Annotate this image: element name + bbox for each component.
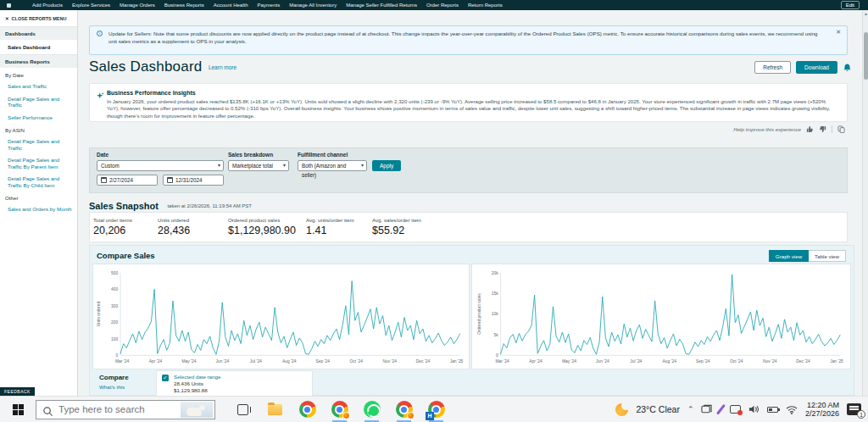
notifications-bell-icon[interactable] (843, 63, 852, 73)
metric-value: $55.92 (372, 225, 421, 236)
nav-item-add-products[interactable]: Add Products (32, 3, 63, 8)
close-reports-menu-label: CLOSE REPORTS MENU (12, 16, 67, 21)
nav-item-manage-orders[interactable]: Manage Orders (120, 3, 155, 8)
sidebar-item-detail-page-sales-traffic[interactable]: Detail Page Sales and Traffic (0, 92, 77, 111)
sales-snapshot-title: Sales Snapshot (89, 201, 159, 211)
svg-text:Jun '24: Jun '24 (596, 359, 609, 364)
nav-item-return-reports[interactable]: Return Reports (468, 3, 503, 8)
volume-tray-icon[interactable] (748, 404, 760, 414)
selected-range-units: 28,436 Units (174, 380, 220, 387)
svg-text:May '24: May '24 (562, 359, 576, 364)
units-ordered-chart: 0100200300400500Mar '24Apr '24May '24Jun… (92, 264, 470, 369)
date-from-input[interactable]: 2/27/2024 (97, 175, 158, 186)
nav-item-payments[interactable]: Payments (257, 3, 280, 8)
app-grid-icon[interactable] (7, 3, 11, 8)
whats-this-link[interactable]: What's this (99, 384, 129, 390)
date-range-select[interactable]: Custom▾ (97, 160, 224, 171)
sidebar-item-detail-page-child-item[interactable]: Detail Page Sales and Traffic By Child I… (0, 172, 77, 191)
scrollbar-thumb[interactable] (864, 32, 868, 80)
banner-close-icon[interactable]: ✕ (836, 29, 841, 36)
battery-tray-icon[interactable] (767, 407, 778, 413)
feedback-tab-button[interactable]: FEEDBACK (0, 387, 35, 396)
virtual-desktop-tray-icon[interactable] (701, 404, 712, 414)
svg-text:Sep '24: Sep '24 (315, 359, 330, 364)
chrome-profile2-button[interactable] (331, 398, 348, 420)
task-view-button[interactable] (234, 398, 252, 420)
apply-button[interactable]: Apply (372, 160, 401, 171)
svg-text:Jan '25: Jan '25 (450, 359, 464, 364)
sales-breakdown-select[interactable]: Marketplace total▾ (228, 160, 289, 171)
svg-text:Dec '24: Dec '24 (416, 359, 431, 364)
calendar-icon (101, 177, 107, 183)
weather-text[interactable]: 23°C Clear (636, 404, 679, 414)
learn-more-link[interactable]: Learn more (209, 64, 236, 70)
nav-item-business-reports[interactable]: Business Reports (164, 3, 204, 8)
units-ordered-line-chart: 0100200300400500Mar '24Apr '24May '24Jun… (93, 264, 469, 369)
svg-text:Mar '24: Mar '24 (115, 359, 129, 364)
nav-item-order-reports[interactable]: Order Reports (426, 3, 459, 8)
svg-text:Jan '25: Jan '25 (830, 359, 843, 364)
selected-range-sales: $1,129,980.88 (174, 387, 220, 394)
sidebar-item-sales-and-traffic[interactable]: Sales and Traffic (0, 80, 77, 92)
wifi-tray-icon[interactable] (786, 405, 798, 414)
metric-avg-units-per-order: Avg. units/order item 1.41 (306, 217, 354, 236)
search-highlight-image[interactable] (181, 402, 213, 418)
scroll-up-arrow-icon[interactable]: ▲ (863, 11, 868, 16)
svg-text:Apr '24: Apr '24 (529, 359, 542, 364)
metric-value: 28,436 (158, 225, 190, 236)
date-to-input[interactable]: 12/31/2024 (163, 175, 224, 186)
nav-item-manage-seller-fulfilled-returns[interactable]: Manage Seller Fulfilled Returns (346, 3, 417, 8)
profile-h-badge: H (426, 412, 434, 420)
graph-view-button[interactable]: Graph view (769, 250, 809, 262)
table-view-button[interactable]: Table view (809, 250, 846, 262)
ordered-product-sales-line-chart: 05k10k15k20kMar '24Apr '24May '24Jun '24… (472, 264, 850, 369)
edit-button[interactable]: Edit (841, 1, 860, 9)
taskbar-search-box[interactable] (36, 400, 215, 419)
chrome-button[interactable] (298, 398, 316, 420)
sidebar-item-seller-performance[interactable]: Seller Performance (0, 111, 77, 124)
whatsapp-button[interactable] (363, 398, 381, 420)
svg-text:Jun '24: Jun '24 (216, 359, 230, 364)
sidebar-item-detail-page-parent-item[interactable]: Detail Page Sales and Traffic By Parent … (0, 153, 77, 172)
metric-units-ordered: Units ordered 28,436 (158, 217, 190, 236)
calendar-icon (167, 177, 173, 183)
notification-center-button[interactable]: 1 (847, 403, 861, 415)
selected-range-label: Selected date range (174, 374, 220, 380)
weather-moon-icon[interactable] (615, 403, 628, 416)
chrome-profile3-button[interactable] (395, 398, 413, 420)
selected-range-checkbox[interactable]: ✓ (162, 375, 169, 381)
search-input[interactable] (58, 404, 169, 414)
nav-item-explore-services[interactable]: Explore Services (72, 3, 110, 8)
sidebar-item-sales-orders-by-month[interactable]: Sales and Orders by Month (0, 203, 77, 215)
close-reports-menu-button[interactable]: ✕ CLOSE REPORTS MENU (0, 10, 77, 26)
date-range-value: Custom (101, 163, 120, 169)
svg-text:0: 0 (496, 353, 498, 358)
nav-item-manage-all-inventory[interactable]: Manage All Inventory (289, 3, 337, 8)
thumbs-down-icon[interactable] (819, 125, 826, 133)
svg-text:Units ordered: Units ordered (97, 302, 101, 327)
screen-record-tray-icon[interactable] (730, 405, 741, 414)
compare-title: Compare (99, 374, 129, 381)
tray-expand-chevron-icon[interactable]: ⌃ (687, 405, 694, 414)
sidebar-item-detail-page-sales-traffic-asin[interactable]: Detail Page Sales and Traffic (0, 135, 77, 153)
svg-text:15k: 15k (492, 292, 498, 296)
file-explorer-button[interactable] (266, 398, 284, 420)
vertical-scrollbar[interactable]: ▲ (862, 10, 868, 396)
copy-icon[interactable] (837, 125, 845, 133)
download-button[interactable]: Download (796, 61, 837, 74)
svg-text:Jul '24: Jul '24 (250, 359, 262, 364)
nav-item-account-health[interactable]: Account Health (214, 3, 248, 8)
fulfillment-channel-select[interactable]: Both (Amazon and seller)▾ (298, 160, 367, 171)
thumbs-up-icon[interactable] (806, 125, 814, 133)
svg-text:10k: 10k (492, 312, 498, 316)
refresh-button[interactable]: Refresh (754, 61, 791, 74)
sidebar-item-sales-dashboard[interactable]: Sales Dashboard (0, 40, 77, 54)
sidebar-header-dashboards: Dashboards (0, 26, 77, 40)
chevron-down-icon: ▾ (218, 161, 220, 170)
chrome-profile-h-button[interactable]: H (427, 398, 445, 420)
svg-text:Mar '24: Mar '24 (495, 359, 509, 364)
pen-tray-icon[interactable] (720, 403, 722, 415)
metric-label: Ordered product sales (228, 217, 296, 223)
taskbar-clock[interactable]: 12:20 AM 2/27/2026 (805, 401, 839, 419)
start-button[interactable] (0, 397, 36, 422)
